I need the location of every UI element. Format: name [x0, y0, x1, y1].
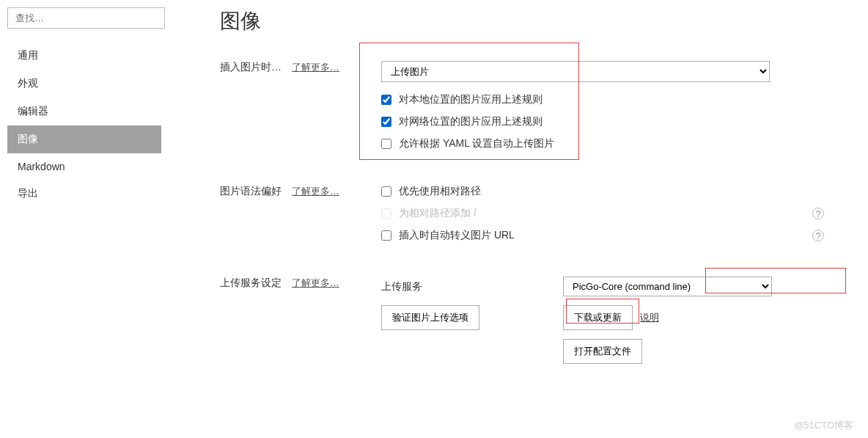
- escape-url-checkbox[interactable]: [381, 230, 391, 241]
- verify-upload-button[interactable]: 验证图片上传选项: [381, 305, 479, 330]
- sidebar-item-export[interactable]: 导出: [7, 180, 161, 208]
- escape-url-label: 插入时自动转义图片 URL: [399, 229, 515, 242]
- help-icon[interactable]: ?: [812, 230, 824, 241]
- explain-link[interactable]: 说明: [640, 311, 659, 324]
- watermark: @51CTO博客: [794, 419, 853, 432]
- relative-path-checkbox[interactable]: [381, 186, 391, 197]
- help-icon[interactable]: ?: [812, 208, 824, 219]
- download-update-button[interactable]: 下载或更新: [563, 305, 633, 330]
- allow-yaml-label: 允许根据 YAML 设置自动上传图片: [399, 137, 554, 150]
- upload-service-select[interactable]: PicGo-Core (command line): [563, 277, 772, 296]
- search-input[interactable]: [7, 7, 165, 29]
- open-config-button[interactable]: 打开配置文件: [563, 339, 642, 364]
- add-slash-label: 为相对路径添加 /: [399, 207, 477, 220]
- insert-label: 插入图片时…: [220, 61, 282, 73]
- page-title: 图像: [220, 7, 846, 35]
- upload-learn-more-link[interactable]: 了解更多…: [292, 277, 339, 288]
- insert-action-select[interactable]: 上传图片: [381, 61, 770, 82]
- apply-local-checkbox[interactable]: [381, 95, 391, 105]
- insert-learn-more-link[interactable]: 了解更多…: [292, 62, 339, 73]
- apply-local-label: 对本地位置的图片应用上述规则: [399, 93, 542, 106]
- upload-service-label: 上传服务: [381, 280, 563, 293]
- sidebar-item-editor[interactable]: 编辑器: [7, 98, 161, 125]
- add-slash-checkbox: [381, 208, 391, 219]
- apply-network-label: 对网络位置的图片应用上述规则: [399, 115, 542, 128]
- sidebar-item-general[interactable]: 通用: [7, 42, 161, 70]
- syntax-learn-more-link[interactable]: 了解更多…: [292, 186, 339, 197]
- sidebar-item-markdown[interactable]: Markdown: [7, 153, 161, 180]
- sidebar-item-image[interactable]: 图像: [7, 125, 161, 153]
- syntax-label: 图片语法偏好: [220, 185, 282, 197]
- allow-yaml-checkbox[interactable]: [381, 139, 391, 149]
- relative-path-label: 优先使用相对路径: [399, 185, 481, 198]
- sidebar-item-appearance[interactable]: 外观: [7, 70, 161, 98]
- apply-network-checkbox[interactable]: [381, 117, 391, 127]
- upload-settings-label: 上传服务设定: [220, 277, 282, 288]
